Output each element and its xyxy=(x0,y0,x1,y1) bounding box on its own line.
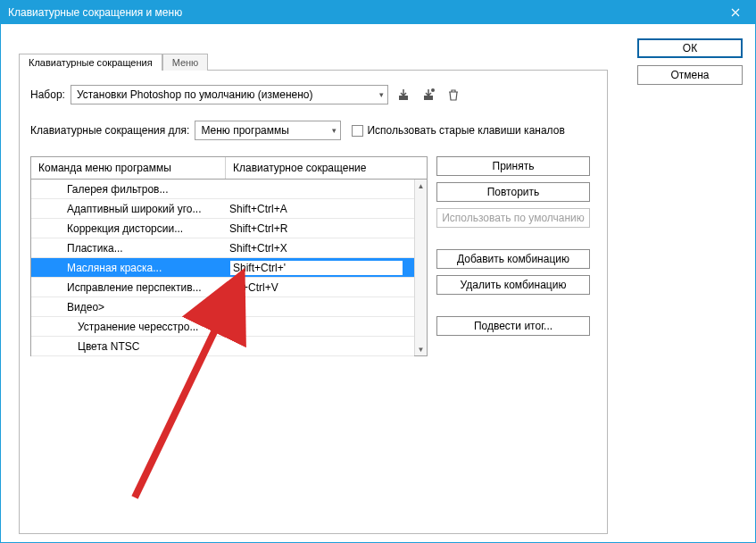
command-cell: Адаптивный широкий уго... xyxy=(31,203,226,215)
svg-point-2 xyxy=(431,88,435,92)
table-row[interactable]: Исправление перспектив...Alt+Ctrl+V xyxy=(31,278,414,297)
th-command: Команда меню программы xyxy=(31,157,226,179)
for-row: Клавиатурные сокращения для: Меню програ… xyxy=(30,121,596,140)
tab-menu[interactable]: Меню xyxy=(162,54,209,71)
shortcut-cell: Shift+Ctrl+X xyxy=(226,242,414,255)
shortcut-cell: Shift+Ctrl+R xyxy=(226,222,414,235)
dialog-window: Клавиатурные сокращения и меню ОК Отмена… xyxy=(0,0,756,543)
table-row[interactable]: Галерея фильтров... xyxy=(31,180,414,199)
set-label: Набор: xyxy=(30,88,65,101)
table-row[interactable]: Адаптивный широкий уго...Shift+Ctrl+A xyxy=(31,199,414,219)
trash-icon xyxy=(446,88,461,102)
close-icon xyxy=(731,8,740,17)
for-label: Клавиатурные сокращения для: xyxy=(30,124,189,137)
titlebar: Клавиатурные сокращения и меню xyxy=(1,1,755,24)
cancel-button[interactable]: Отмена xyxy=(637,65,743,85)
command-cell: Исправление перспектив... xyxy=(31,281,226,294)
legacy-channels-checkbox[interactable] xyxy=(352,125,363,137)
shortcut-cell: Shift+Ctrl+A xyxy=(226,203,414,215)
table-row[interactable]: Масляная краска...Shift+Ctrl+' xyxy=(31,258,414,278)
summarize-button[interactable]: Подвести итог... xyxy=(436,316,590,336)
add-combo-button[interactable]: Добавить комбинацию xyxy=(436,249,590,269)
dialog-right-buttons: ОК Отмена xyxy=(637,38,743,85)
table-row[interactable]: Пластика...Shift+Ctrl+X xyxy=(31,238,414,258)
for-select-value: Меню программы xyxy=(201,124,288,137)
for-select[interactable]: Меню программы ▾ xyxy=(195,121,341,140)
tab-shortcuts[interactable]: Клавиатурные сокращения xyxy=(19,54,162,71)
set-row: Набор: Установки Photoshop по умолчанию … xyxy=(30,85,596,104)
table-row[interactable]: Видео> xyxy=(31,297,414,317)
command-cell: Галерея фильтров... xyxy=(31,183,226,196)
th-shortcut: Клавиатурное сокращение xyxy=(226,157,427,179)
shortcut-cell: Shift+Ctrl+' xyxy=(226,260,414,276)
table-header: Команда меню программы Клавиатурное сокр… xyxy=(30,156,428,180)
command-cell: Видео> xyxy=(31,301,226,313)
side-buttons: Принять Повторить Использовать по умолча… xyxy=(436,156,590,356)
command-cell: Пластика... xyxy=(31,242,226,255)
command-cell: Коррекция дисторсии... xyxy=(31,222,226,235)
scrollbar[interactable]: ▲ ▼ xyxy=(414,180,427,355)
use-default-button[interactable]: Использовать по умолчанию xyxy=(436,208,590,228)
table-row[interactable]: Устранение чересстро... xyxy=(31,317,414,337)
save-set-button[interactable] xyxy=(394,85,413,104)
command-cell: Масляная краска... xyxy=(31,262,226,274)
shortcut-cell: Alt+Ctrl+V xyxy=(226,281,414,294)
scroll-up-icon[interactable]: ▲ xyxy=(415,180,427,192)
save-as-icon xyxy=(421,88,436,102)
command-cell: Цвета NTSC xyxy=(31,340,226,353)
set-select-value: Установки Photoshop по умолчанию (измене… xyxy=(77,88,313,101)
legacy-channels-checkbox-wrap[interactable]: Использовать старые клавиши каналов xyxy=(352,124,564,137)
shortcuts-table: Команда меню программы Клавиатурное сокр… xyxy=(30,156,428,356)
accept-button[interactable]: Принять xyxy=(436,156,590,176)
ok-button[interactable]: ОК xyxy=(637,38,743,58)
legacy-channels-label: Использовать старые клавиши каналов xyxy=(367,124,564,137)
save-as-set-button[interactable] xyxy=(419,85,438,104)
table-row[interactable]: Коррекция дисторсии...Shift+Ctrl+R xyxy=(31,219,414,238)
delete-set-button[interactable] xyxy=(444,85,463,104)
tab-panel: Набор: Установки Photoshop по умолчанию … xyxy=(19,70,608,534)
table-row[interactable]: Цвета NTSC xyxy=(31,337,414,356)
save-icon xyxy=(396,88,411,102)
chevron-down-icon: ▾ xyxy=(379,90,384,99)
tab-bar: Клавиатурные сокращения Меню xyxy=(19,53,608,70)
command-cell: Устранение чересстро... xyxy=(31,321,226,333)
set-select[interactable]: Установки Photoshop по умолчанию (измене… xyxy=(71,85,388,104)
window-title: Клавиатурные сокращения и меню xyxy=(8,6,182,19)
close-button[interactable] xyxy=(716,1,755,24)
table-body: Галерея фильтров...Адаптивный широкий уг… xyxy=(30,180,428,356)
delete-combo-button[interactable]: Удалить комбинацию xyxy=(436,275,590,295)
scroll-down-icon[interactable]: ▼ xyxy=(415,343,427,355)
shortcut-input[interactable]: Shift+Ctrl+' xyxy=(229,260,403,276)
chevron-down-icon: ▾ xyxy=(332,126,336,135)
repeat-button[interactable]: Повторить xyxy=(436,182,590,202)
